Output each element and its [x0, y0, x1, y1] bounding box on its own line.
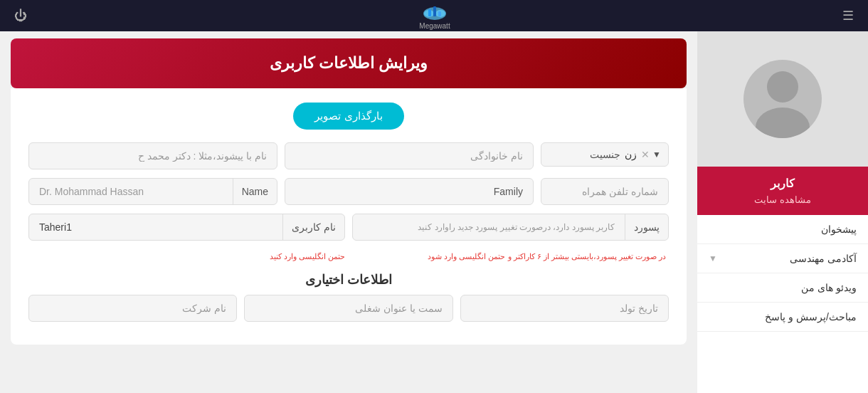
birthdate-field: [460, 295, 669, 322]
family-display-input[interactable]: [285, 178, 534, 205]
name-display-field: Name: [28, 178, 277, 205]
gender-label: جنسیت: [549, 149, 620, 160]
sidebar-nav-item[interactable]: آکادمی مهندسی▼: [697, 244, 868, 273]
form-row-3: پسورد نام کاربری: [28, 214, 669, 241]
password-note-col: در صورت تغییر پسورد،بایستی بیشتر از ۶ کا…: [352, 249, 669, 262]
sidebar-nav: پیشخوانآکادمی مهندسی▼ویدئو های منمباحث/پ…: [697, 215, 868, 393]
sidebar-nav-label: آکادمی مهندسی: [717, 253, 857, 264]
family-name-field: [285, 142, 534, 169]
phone-input[interactable]: [541, 178, 669, 205]
logo-icon: [421, 2, 448, 22]
chevron-down-icon[interactable]: ▼: [652, 150, 661, 159]
gender-field: ▼ ✕ زن جنسیت: [541, 142, 669, 169]
svg-rect-4: [433, 6, 436, 16]
page-header: ویرایش اطلاعات کاربری: [11, 38, 687, 88]
sidebar-nav-label: پیشخوان: [709, 224, 857, 235]
name-field-label: Name: [233, 179, 277, 204]
user-card: کاربر مشاهده سایت: [697, 167, 868, 215]
username-field-wrapper: نام کاربری: [28, 214, 345, 241]
family-name-input[interactable]: [285, 142, 534, 169]
sidebar-nav-item[interactable]: پیشخوان: [697, 215, 868, 244]
top-bar: ⏻ Megawatt ☰: [0, 0, 868, 31]
hamburger-menu-icon[interactable]: ☰: [842, 8, 854, 23]
password-label: پسورد: [625, 214, 668, 240]
upload-row: بارگذاری تصویر: [28, 103, 669, 130]
main-layout: ویرایش اطلاعات کاربری بارگذاری تصویر ▼ ✕…: [0, 31, 868, 393]
form-row-4: [28, 295, 669, 322]
clear-gender-icon[interactable]: ✕: [641, 149, 650, 160]
user-display-name: کاربر: [707, 177, 858, 190]
gender-select[interactable]: ▼ ✕ زن جنسیت: [541, 142, 669, 167]
family-display-field: [285, 178, 534, 205]
job-title-input[interactable]: [244, 295, 452, 322]
company-field: [28, 295, 237, 322]
username-note: حتمن انگلیسی وارد کنید: [267, 252, 345, 261]
power-icon[interactable]: ⏻: [14, 9, 27, 23]
job-title-field: [244, 295, 452, 322]
username-note-col: حتمن انگلیسی وارد کنید: [28, 249, 345, 262]
content-area: ویرایش اطلاعات کاربری بارگذاری تصویر ▼ ✕…: [0, 31, 697, 393]
chevron-down-icon: ▼: [709, 253, 717, 263]
username-input[interactable]: [29, 214, 282, 240]
svg-point-7: [756, 108, 810, 138]
view-site-link[interactable]: مشاهده سایت: [707, 194, 858, 205]
avatar-area: [697, 31, 868, 167]
password-input[interactable]: [353, 215, 625, 239]
birthdate-input[interactable]: [460, 295, 669, 322]
optional-section-title: اطلاعات اختیاری: [28, 272, 669, 288]
sidebar-nav-label: مباحث/پرسش و پاسخ: [709, 311, 857, 323]
password-note: در صورت تغییر پسورد،بایستی بیشتر از ۶ کا…: [428, 252, 669, 261]
svg-rect-3: [428, 9, 431, 16]
svg-rect-5: [438, 11, 441, 16]
svg-point-6: [767, 71, 798, 103]
avatar: [743, 60, 822, 138]
avatar-image: [743, 60, 822, 138]
name-prefix-input[interactable]: [28, 142, 277, 169]
company-input[interactable]: [28, 295, 237, 322]
logo: Megawatt: [419, 2, 450, 30]
username-label: نام کاربری: [282, 214, 344, 240]
sidebar-nav-item[interactable]: مباحث/پرسش و پاسخ: [697, 303, 868, 332]
gender-controls: ▼ ✕: [641, 149, 661, 160]
form-row-1: ▼ ✕ زن جنسیت: [28, 142, 669, 169]
sidebar-nav-label: ویدئو های من: [709, 282, 857, 293]
password-field-wrapper: پسورد: [352, 214, 669, 241]
form-row-2: Name: [28, 178, 669, 205]
logo-text: Megawatt: [419, 22, 450, 30]
gender-value: زن: [625, 149, 637, 160]
right-sidebar: کاربر مشاهده سایت پیشخوانآکادمی مهندسی▼و…: [697, 31, 868, 393]
page-title: ویرایش اطلاعات کاربری: [270, 54, 428, 72]
upload-image-button[interactable]: بارگذاری تصویر: [293, 103, 403, 130]
sidebar-nav-item[interactable]: ویدئو های من: [697, 273, 868, 303]
form-container: بارگذاری تصویر ▼ ✕ زن جنسیت: [11, 88, 687, 345]
name-display-input[interactable]: [29, 179, 233, 204]
notes-row: در صورت تغییر پسورد،بایستی بیشتر از ۶ کا…: [28, 249, 669, 262]
name-prefix-field: [28, 142, 277, 169]
phone-field: [541, 178, 669, 205]
